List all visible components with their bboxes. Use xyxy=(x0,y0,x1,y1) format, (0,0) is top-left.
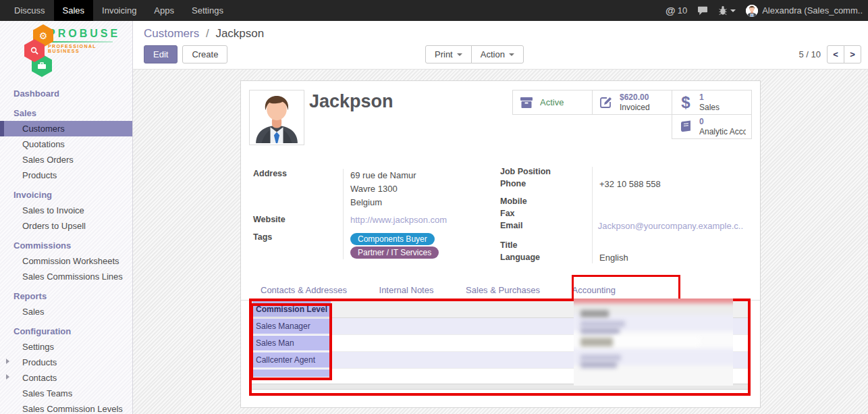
control-panel: Customers / Jackpson Edit Create Print A… xyxy=(133,21,868,70)
breadcrumb-separator: / xyxy=(202,27,213,40)
pager-previous-button[interactable]: < xyxy=(827,45,844,63)
caret-down-icon xyxy=(509,53,514,56)
tab-internal-notes[interactable]: Internal Notes xyxy=(369,281,444,300)
invoiced-label: Invoiced xyxy=(620,103,650,112)
tab-sales-purchases[interactable]: Sales & Purchases xyxy=(456,281,550,300)
analytic-accounts-stat-button[interactable]: 0 Analytic Acco... xyxy=(672,114,752,139)
action-label: Action xyxy=(481,49,505,59)
sidebar-item-sales-teams[interactable]: Sales Teams xyxy=(0,386,132,401)
sales-label: Sales xyxy=(699,103,720,112)
tag-components-buyer: Components Buyer xyxy=(350,233,435,245)
sidebar-item-config-products[interactable]: Products xyxy=(0,355,132,370)
fax-label: Fax xyxy=(500,207,592,219)
debug-caret-icon xyxy=(730,9,736,12)
commission-level-header-cell: Commission Level xyxy=(252,301,331,317)
edit-button[interactable]: Edit xyxy=(144,45,178,63)
commission-row-sales-manager[interactable]: Sales Manager xyxy=(250,318,750,335)
job-position-label: Job Position xyxy=(500,165,592,178)
commission-row-sales-man[interactable]: Sales Man xyxy=(250,335,750,352)
email-label: Email xyxy=(500,219,591,237)
print-action-group: Print Action xyxy=(425,45,524,63)
tags-label: Tags xyxy=(253,231,343,261)
sales-stat-button[interactable]: $ 1 Sales xyxy=(672,90,752,115)
sidebar-item-config-contacts[interactable]: Contacts xyxy=(0,370,132,386)
form-buttons: Edit Create xyxy=(144,45,227,63)
breadcrumb: Customers / Jackpson xyxy=(144,27,264,41)
debug-bug-icon[interactable] xyxy=(718,5,736,16)
print-dropdown-button[interactable]: Print xyxy=(425,45,472,63)
messages-icon[interactable] xyxy=(697,6,708,16)
email-link[interactable]: Jackpson@yourcompany.example.c.. xyxy=(598,221,743,231)
address-label: Address xyxy=(253,167,343,211)
sidebar-item-settings[interactable]: Settings xyxy=(0,339,132,355)
commission-level-cell: Sales Manager xyxy=(252,319,331,334)
active-stat-button[interactable]: Active xyxy=(512,90,593,115)
sidebar-nav: Dashboard Sales Customers Quotations Sal… xyxy=(0,86,132,414)
user-avatar xyxy=(746,5,758,17)
sidebar-item-quotations[interactable]: Quotations xyxy=(0,136,132,152)
sidebar-item-label: Contacts xyxy=(22,373,57,383)
title-label: Title xyxy=(500,239,592,251)
analytic-count: 0 xyxy=(699,117,746,126)
mobile-label: Mobile xyxy=(500,195,592,207)
title-value xyxy=(592,239,743,251)
commission-level-cell: Sales Man xyxy=(252,336,331,351)
action-dropdown-button[interactable]: Action xyxy=(471,45,524,63)
mentions-button[interactable]: @ 10 xyxy=(666,5,687,16)
sidebar-header-dashboard[interactable]: Dashboard xyxy=(0,86,132,101)
top-menu-settings[interactable]: Settings xyxy=(183,0,232,21)
dollar-icon: $ xyxy=(678,95,694,111)
website-link[interactable]: http://www.jackpson.com xyxy=(350,215,447,225)
pager-next-button[interactable]: > xyxy=(844,45,861,63)
sidebar-item-products[interactable]: Products xyxy=(0,167,132,183)
sidebar-header-sales[interactable]: Sales xyxy=(0,105,132,121)
fax-value xyxy=(592,207,743,219)
job-position-value xyxy=(592,165,743,178)
sidebar-header-reports[interactable]: Reports xyxy=(0,288,132,304)
top-menus: Discuss Sales Invoicing Apps Settings xyxy=(5,0,232,21)
print-label: Print xyxy=(435,49,453,59)
sidebar-header-configuration[interactable]: Configuration xyxy=(0,324,132,339)
archive-icon xyxy=(518,96,535,109)
sidebar-item-sales-to-invoice[interactable]: Sales to Invoice xyxy=(0,203,132,218)
user-name: Alexandra (Sales_comm.. xyxy=(762,5,863,16)
brand-rule xyxy=(48,41,113,43)
language-label: Language xyxy=(500,251,592,265)
sales-count: 1 xyxy=(699,93,720,102)
sidebar-header-invoicing[interactable]: Invoicing xyxy=(0,187,132,203)
user-menu[interactable]: Alexandra (Sales_comm.. xyxy=(746,5,863,17)
tab-contacts-addresses[interactable]: Contacts & Addresses xyxy=(250,281,357,300)
sidebar-item-orders-to-upsell[interactable]: Orders to Upsell xyxy=(0,218,132,234)
expand-caret-icon xyxy=(6,374,9,380)
sidebar-item-customers[interactable]: Customers xyxy=(0,121,132,136)
invoiced-stat-button[interactable]: $620.00 Invoiced xyxy=(592,90,672,115)
caret-down-icon xyxy=(457,53,462,56)
partner-photo xyxy=(249,90,304,145)
top-menu-sales[interactable]: Sales xyxy=(54,0,94,21)
sidebar-item-sales-orders[interactable]: Sales Orders xyxy=(0,152,132,167)
tab-accounting[interactable]: Accounting xyxy=(562,281,626,300)
sidebar-item-sales-commission-levels[interactable]: Sales Commission Levels xyxy=(0,401,132,414)
left-field-group: Address 69 rue de Namur Wavre 1300 Belgi… xyxy=(253,167,479,261)
logo-magnifier-icon xyxy=(24,39,45,62)
commission-table-footer xyxy=(250,384,750,390)
tag-partner-it-services: Partner / IT Services xyxy=(350,247,439,259)
commission-table-header: Commission Level xyxy=(250,301,750,318)
pencil-square-icon xyxy=(598,96,614,109)
sidebar-item-sales-commissions-lines[interactable]: Sales Commissions Lines xyxy=(0,269,132,284)
sidebar-item-reports-sales[interactable]: Sales xyxy=(0,304,132,319)
top-menu-invoicing[interactable]: Invoicing xyxy=(93,0,145,21)
sidebar-header-commissions[interactable]: Commissions xyxy=(0,238,132,253)
breadcrumb-customers-link[interactable]: Customers xyxy=(144,27,199,40)
commission-row-callcenter-agent[interactable]: Callcenter Agent xyxy=(250,352,750,369)
active-status-label: Active xyxy=(540,97,564,108)
top-menu-apps[interactable]: Apps xyxy=(145,0,183,21)
analytic-label: Analytic Acco... xyxy=(699,127,746,136)
website-label: Website xyxy=(253,213,343,226)
commission-level-empty-cell xyxy=(252,369,331,377)
sidebar-item-commission-worksheets[interactable]: Commission Worksheets xyxy=(0,253,132,269)
address-value: 69 rue de Namur Wavre 1300 Belgium xyxy=(343,167,479,211)
create-button[interactable]: Create xyxy=(182,45,227,63)
top-menu-discuss[interactable]: Discuss xyxy=(5,0,54,21)
mobile-value xyxy=(592,195,743,207)
